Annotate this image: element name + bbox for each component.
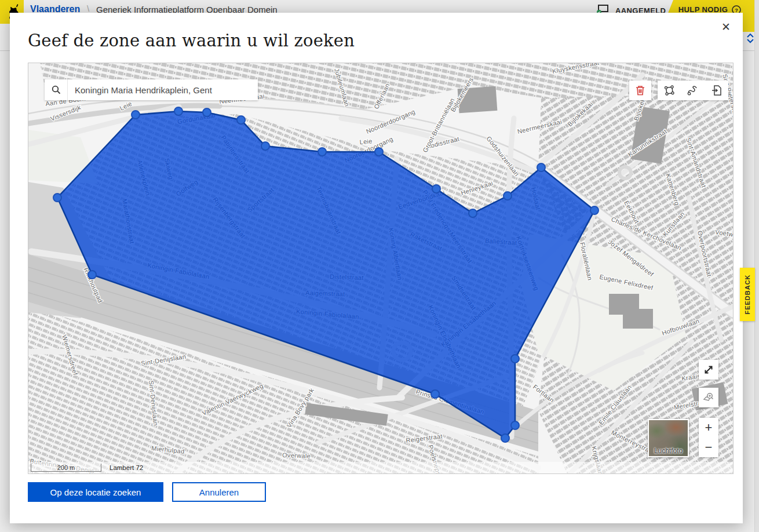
polygon-vertex[interactable] <box>511 355 519 363</box>
polygon-vertex[interactable] <box>88 271 96 279</box>
feedback-label: FEEDBACK <box>744 274 751 314</box>
polygon-vertex[interactable] <box>132 111 140 119</box>
fullscreen-icon <box>703 365 714 375</box>
polygon-vertex[interactable] <box>432 185 440 193</box>
zoom-to-extent-icon <box>703 392 714 403</box>
polygon-vertex[interactable] <box>318 148 326 156</box>
draw-freehand-button[interactable] <box>682 81 704 100</box>
search-location-button[interactable]: Op deze locatie zoeken <box>28 482 163 502</box>
location-search-input[interactable] <box>68 79 258 100</box>
polygon-vertex[interactable] <box>503 192 512 200</box>
draw-polygon-icon <box>663 85 675 96</box>
zoom-controls: + − <box>699 418 718 457</box>
polygon-vertex[interactable] <box>261 142 269 150</box>
map-container[interactable]: Aan de BochtVissersdijkLeieLeieNeermeers… <box>28 63 734 474</box>
import-geometry-button[interactable] <box>706 81 728 100</box>
import-geometry-icon <box>711 85 722 96</box>
polygon-vertex[interactable] <box>590 206 599 214</box>
polygon-vertex[interactable] <box>537 163 545 172</box>
polygon-vertex[interactable] <box>203 108 211 116</box>
map-canvas[interactable]: Aan de BochtVissersdijkLeieLeieNeermeers… <box>28 63 733 473</box>
search-icon <box>45 79 68 100</box>
trash-icon <box>636 85 645 96</box>
cancel-button[interactable]: Annuleren <box>172 482 266 502</box>
feedback-tab[interactable]: FEEDBACK <box>740 268 755 321</box>
scale-line: 200 m <box>31 464 101 472</box>
zoom-in-button[interactable]: + <box>699 418 718 438</box>
modal-title: Geef de zone aan waarin u wil zoeken <box>28 31 355 50</box>
projection-label: Lambert 72 <box>110 464 143 471</box>
scale-label: 200 m <box>57 464 75 471</box>
layer-switcher-luchtfoto[interactable]: Luchtfoto <box>648 419 689 457</box>
toolbar-delete-box <box>629 81 651 100</box>
zoom-out-button[interactable]: − <box>699 438 718 457</box>
polygon-vertex[interactable] <box>511 421 519 429</box>
polygon-vertex[interactable] <box>53 194 61 202</box>
polygon-vertex[interactable] <box>237 116 245 124</box>
fullscreen-button[interactable] <box>699 360 718 380</box>
map-search-box <box>45 79 258 100</box>
polygon-vertex[interactable] <box>469 209 477 217</box>
draw-freehand-icon <box>687 85 699 96</box>
polygon-vertex[interactable] <box>174 107 183 115</box>
draw-polygon-button[interactable] <box>658 81 680 100</box>
polygon-vertex[interactable] <box>431 390 439 398</box>
polygon-vertex[interactable] <box>375 148 383 156</box>
zoom-to-extent-button[interactable] <box>699 388 718 407</box>
close-icon[interactable]: ✕ <box>716 17 736 37</box>
street-label: Leie <box>359 137 373 145</box>
polygon-vertex[interactable] <box>501 434 509 442</box>
street-label: Overwale <box>282 451 311 460</box>
delete-drawing-button[interactable] <box>629 81 651 100</box>
toolbar-draw-box <box>658 81 728 100</box>
zone-selection-modal: ✕ Geef de zone aan waarin u wil zoeken <box>10 13 743 523</box>
layer-switcher-label: Luchtfoto <box>649 447 688 455</box>
